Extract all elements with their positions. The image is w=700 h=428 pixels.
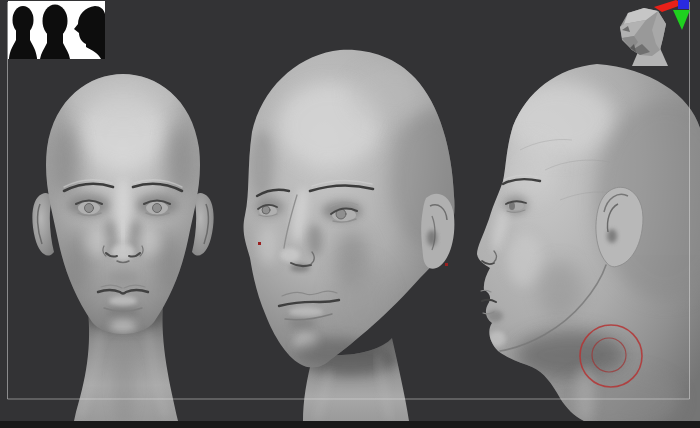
bottom-bar [0, 421, 700, 428]
z-axis-handle[interactable] [678, 0, 689, 9]
sculpt-marker-dot [445, 263, 448, 266]
sculpt-viewport[interactable] [0, 0, 700, 428]
sculpt-marker-dot [258, 242, 261, 245]
viewport-canvas[interactable] [0, 0, 700, 428]
reference-image-panel[interactable] [8, 1, 105, 59]
